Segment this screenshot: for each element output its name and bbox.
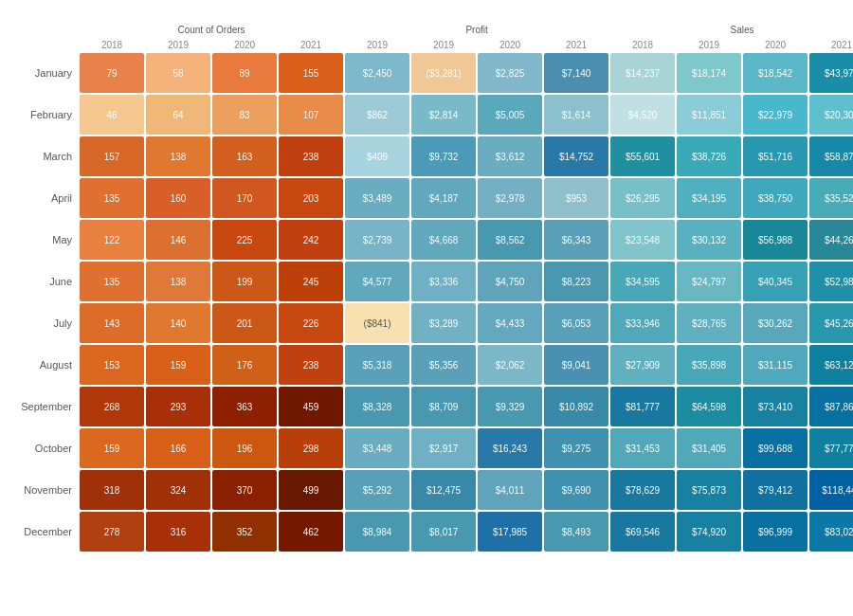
heatmap-cell: $69,546 — [610, 512, 675, 552]
month-label: October — [11, 428, 78, 468]
year-label: 2018 — [610, 39, 675, 51]
heatmap-cell: 58 — [146, 53, 210, 93]
heatmap-cell: 140 — [146, 303, 210, 343]
heatmap-cell: $34,195 — [677, 178, 741, 218]
heatmap-cell: $27,909 — [610, 345, 675, 385]
heatmap-cell: $20,301 — [809, 95, 853, 135]
chart-container: Count of OrdersProfitSales 2018201920202… — [0, 0, 853, 616]
year-label: 2018 — [80, 39, 144, 51]
heatmap-cell: 242 — [279, 220, 343, 260]
table-row: January795889155$2,450($3,281)$2,825$7,1… — [11, 53, 853, 93]
heatmap-cell: 107 — [279, 95, 343, 135]
month-label-header — [11, 39, 78, 51]
heatmap-cell: $63,121 — [809, 345, 853, 385]
heatmap-cell: 135 — [80, 178, 144, 218]
heatmap-cell: $5,005 — [478, 95, 542, 135]
heatmap-cell: $30,132 — [677, 220, 741, 260]
heatmap-cell: $7,140 — [544, 53, 608, 93]
heatmap-cell: 298 — [279, 428, 343, 468]
heatmap-cell: $22,979 — [743, 95, 808, 135]
heatmap-cell: $31,405 — [677, 428, 741, 468]
heatmap-cell: $8,562 — [478, 220, 542, 260]
heatmap-cell: $118,448 — [809, 470, 853, 510]
heatmap-cell: $5,356 — [411, 345, 476, 385]
heatmap-cell: $2,062 — [478, 345, 542, 385]
heatmap-cell: $35,898 — [677, 345, 741, 385]
table-row: February466483107$862$2,814$5,005$1,614$… — [11, 95, 853, 135]
heatmap-cell: 370 — [212, 470, 277, 510]
heatmap-cell: 160 — [146, 178, 210, 218]
heatmap-cell: $16,243 — [478, 428, 542, 468]
heatmap-cell: ($841) — [345, 303, 409, 343]
heatmap-cell: 79 — [80, 53, 144, 93]
heatmap-cell: $77,777 — [809, 428, 853, 468]
heatmap-cell: 170 — [212, 178, 277, 218]
table-row: September268293363459$8,328$8,709$9,329$… — [11, 387, 853, 426]
heatmap-cell: $2,978 — [478, 178, 542, 218]
heatmap-cell: $14,237 — [610, 53, 675, 93]
heatmap-cell: 363 — [212, 387, 277, 426]
heatmap-cell: 64 — [146, 95, 210, 135]
heatmap-cell: 146 — [146, 220, 210, 260]
heatmap-cell: $5,318 — [345, 345, 409, 385]
month-label: August — [11, 345, 78, 385]
table-row: March157138163238$409$9,732$3,612$14,752… — [11, 136, 853, 176]
heatmap-cell: 155 — [279, 53, 343, 93]
heatmap-cell: 203 — [279, 178, 343, 218]
heatmap-cell: $40,345 — [743, 262, 808, 301]
year-label: 2019 — [345, 39, 409, 51]
heatmap-cell: $28,765 — [677, 303, 741, 343]
heatmap-cell: $87,867 — [809, 387, 853, 426]
month-label: April — [11, 178, 78, 218]
heatmap-cell: $31,115 — [743, 345, 808, 385]
heatmap-cell: $96,999 — [743, 512, 808, 552]
heatmap-cell: 201 — [212, 303, 277, 343]
heatmap-cell: 238 — [279, 136, 343, 176]
month-label: January — [11, 53, 78, 93]
heatmap-cell: 318 — [80, 470, 144, 510]
heatmap-cell: ($3,281) — [411, 53, 476, 93]
heatmap-cell: $8,493 — [544, 512, 608, 552]
heatmap-cell: $23,548 — [610, 220, 675, 260]
heatmap-cell: $4,433 — [478, 303, 542, 343]
heatmap-cell: $3,336 — [411, 262, 476, 301]
table-row: November318324370499$5,292$12,475$4,011$… — [11, 470, 853, 510]
year-label: 2020 — [478, 39, 542, 51]
heatmap-cell: $4,577 — [345, 262, 409, 301]
heatmap-cell: $4,187 — [411, 178, 476, 218]
heatmap-cell: $2,917 — [411, 428, 476, 468]
heatmap-cell: $81,777 — [610, 387, 675, 426]
heatmap-cell: $78,629 — [610, 470, 675, 510]
heatmap-cell: $9,732 — [411, 136, 476, 176]
group-label: Profit — [345, 24, 608, 37]
month-label: March — [11, 136, 78, 176]
year-label: 2019 — [411, 39, 476, 51]
group-label: Count of Orders — [80, 24, 343, 37]
heatmap-cell: $4,520 — [610, 95, 675, 135]
group-label: Sales — [610, 24, 853, 37]
heatmap-cell: $30,262 — [743, 303, 808, 343]
heatmap-cell: 226 — [279, 303, 343, 343]
heatmap-cell: $8,709 — [411, 387, 476, 426]
heatmap-cell: $45,264 — [809, 303, 853, 343]
heatmap-cell: 238 — [279, 345, 343, 385]
heatmap-cell: 157 — [80, 136, 144, 176]
heatmap-cell: 163 — [212, 136, 277, 176]
heatmap-cell: $79,412 — [743, 470, 808, 510]
heatmap-cell: $38,750 — [743, 178, 808, 218]
year-header-row: 2018201920202021201920192020202120182019… — [11, 39, 853, 51]
table-row: August153159176238$5,318$5,356$2,062$9,0… — [11, 345, 853, 385]
heatmap-cell: 122 — [80, 220, 144, 260]
heatmap-cell: 293 — [146, 387, 210, 426]
heatmap-cell: $64,598 — [677, 387, 741, 426]
heatmap-cell: 324 — [146, 470, 210, 510]
heatmap-cell: $2,739 — [345, 220, 409, 260]
heatmap-cell: $14,752 — [544, 136, 608, 176]
heatmap-cell: 46 — [80, 95, 144, 135]
heatmap-cell: 138 — [146, 136, 210, 176]
heatmap-cell: $12,475 — [411, 470, 476, 510]
heatmap-cell: 143 — [80, 303, 144, 343]
heatmap-cell: $10,892 — [544, 387, 608, 426]
heatmap-cell: $51,716 — [743, 136, 808, 176]
empty-header — [11, 24, 78, 37]
